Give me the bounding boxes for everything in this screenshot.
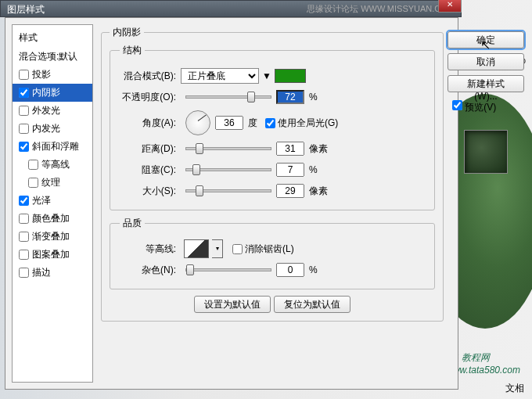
list-label: 等高线 [41, 158, 70, 171]
contour-picker[interactable] [184, 239, 209, 258]
contour-row: 等高线: ▾ 消除锯齿(L) [120, 240, 425, 257]
checkbox[interactable] [19, 106, 29, 116]
list-label: 颜色叠加 [32, 212, 70, 225]
noise-unit: % [309, 264, 318, 275]
list-item-texture[interactable]: 纹理 [13, 174, 92, 192]
cancel-button[interactable]: 取消 [448, 53, 524, 70]
dialog-titlebar[interactable]: 图层样式 思缘设计论坛 WWW.MISSYUAN.COM [0, 0, 462, 17]
checkbox[interactable] [19, 196, 29, 206]
checkbox[interactable] [19, 88, 29, 98]
styles-list[interactable]: 样式 混合选项:默认 投影 内阴影 外发光 内发光 斜面和浮雕 等高线 纹理 光… [12, 24, 93, 383]
distance-label: 距离(D): [120, 142, 181, 156]
size-label: 大小(S): [120, 185, 181, 198]
list-item-stroke[interactable]: 描边 [13, 264, 92, 282]
ok-button[interactable]: 确定 [448, 31, 524, 49]
reset-default-button[interactable]: 复位为默认值 [274, 296, 350, 313]
choke-label: 阻塞(C): [120, 164, 181, 177]
size-input[interactable] [276, 184, 304, 198]
angle-input[interactable] [215, 116, 243, 130]
list-label: 渐变叠加 [32, 230, 70, 243]
structure-fieldset: 结构 混合模式(B): 正片叠底 ▼ 不透明度(O): % 角度(A): [110, 44, 435, 210]
list-label: 斜面和浮雕 [32, 140, 79, 153]
quality-legend: 品质 [120, 217, 145, 230]
outer-fieldset: 内阴影 结构 混合模式(B): 正片叠底 ▼ 不透明度(O): % 角度(A): [101, 26, 444, 322]
noise-slider[interactable] [185, 268, 271, 271]
preview-checkbox[interactable] [452, 100, 462, 110]
antialias-checkbox[interactable] [232, 244, 243, 254]
checkbox[interactable] [19, 214, 29, 224]
list-item-innershadow[interactable]: 内阴影 [13, 84, 92, 102]
list-item-gradientoverlay[interactable]: 渐变叠加 [13, 228, 92, 246]
checkbox[interactable] [28, 178, 38, 188]
structure-legend: 结构 [120, 44, 145, 57]
blend-mode-row: 混合模式(B): 正片叠底 ▼ [120, 67, 425, 84]
antialias-label: 消除锯齿(L) [245, 243, 294, 256]
size-unit: 像素 [309, 185, 328, 198]
distance-slider[interactable] [185, 147, 271, 150]
noise-input[interactable] [276, 263, 304, 277]
list-label: 纹理 [41, 176, 60, 189]
choke-row: 阻塞(C): % [120, 161, 425, 178]
list-item-coloroverlay[interactable]: 颜色叠加 [13, 210, 92, 228]
list-label: 内阴影 [32, 86, 60, 99]
contour-label: 等高线: [120, 243, 181, 256]
chevron-down-icon[interactable]: ▾ [212, 239, 223, 258]
angle-dial[interactable] [185, 110, 210, 135]
make-default-button[interactable]: 设置为默认值 [194, 296, 271, 313]
size-row: 大小(S): 像素 [120, 182, 425, 200]
right-column: 确定 取消 新建样式(W)... 预览(V) [448, 31, 524, 174]
list-item-innerglow[interactable]: 内发光 [13, 120, 92, 138]
dialog-title: 图层样式 [7, 4, 45, 15]
checkbox[interactable] [19, 142, 29, 152]
checkbox[interactable] [19, 250, 29, 260]
opacity-slider[interactable] [185, 95, 271, 99]
panel-title: 内阴影 [110, 26, 144, 39]
distance-unit: 像素 [309, 142, 328, 156]
preview-label: 预览(V) [465, 102, 496, 113]
list-label: 描边 [32, 266, 51, 279]
list-item-outerglow[interactable]: 外发光 [13, 102, 92, 120]
list-item-patternoverlay[interactable]: 图案叠加 [13, 246, 92, 264]
angle-unit: 度 [248, 117, 257, 130]
checkbox[interactable] [19, 232, 29, 242]
settings-panel: 内阴影 结构 混合模式(B): 正片叠底 ▼ 不透明度(O): % 角度(A): [93, 24, 451, 383]
noise-label: 杂色(N): [120, 264, 181, 277]
preview-row: 预览(V) [448, 100, 524, 114]
close-icon[interactable]: ✕ [438, 0, 462, 13]
checkbox[interactable] [28, 160, 38, 170]
list-item-bevel[interactable]: 斜面和浮雕 [13, 138, 92, 156]
noise-row: 杂色(N): % [120, 261, 425, 279]
list-label: 混合选项:默认 [19, 50, 77, 63]
list-label: 图案叠加 [32, 248, 70, 261]
window-controls: ✕ [438, 0, 462, 13]
global-light-label: 使用全局光(G) [278, 117, 338, 130]
preview-thumbnail [464, 130, 508, 174]
layer-style-dialog: 样式 混合选项:默认 投影 内阴影 外发光 内发光 斜面和浮雕 等高线 纹理 光… [5, 17, 458, 390]
titlebar-watermark: 思缘设计论坛 WWW.MISSYUAN.COM [307, 3, 455, 15]
size-slider[interactable] [185, 189, 271, 192]
list-item-satin[interactable]: 光泽 [13, 192, 92, 210]
opacity-unit: % [309, 92, 318, 102]
list-item-dropshadow[interactable]: 投影 [13, 66, 92, 84]
list-label: 光泽 [32, 194, 51, 207]
list-item-contourline[interactable]: 等高线 [13, 156, 92, 174]
checkbox[interactable] [19, 70, 29, 80]
new-style-button[interactable]: 新建样式(W)... [448, 75, 524, 92]
opacity-row: 不透明度(O): % [120, 88, 425, 106]
checkbox[interactable] [19, 124, 29, 134]
quality-fieldset: 品质 等高线: ▾ 消除锯齿(L) 杂色(N): % [110, 217, 435, 289]
defaults-row: 设置为默认值 复位为默认值 [110, 296, 435, 313]
list-label: 内发光 [32, 122, 60, 135]
list-item-blending[interactable]: 混合选项:默认 [13, 48, 92, 66]
blend-mode-select[interactable]: 正片叠底 [181, 68, 259, 84]
choke-slider[interactable] [185, 168, 271, 171]
list-label: 外发光 [32, 104, 60, 117]
global-light-checkbox[interactable] [265, 118, 275, 128]
distance-row: 距离(D): 像素 [120, 140, 425, 157]
choke-input[interactable] [276, 163, 304, 177]
checkbox[interactable] [19, 268, 29, 278]
opacity-input[interactable] [276, 90, 304, 104]
distance-input[interactable] [276, 142, 304, 156]
angle-row: 角度(A): 度 使用全局光(G) [120, 110, 425, 136]
color-swatch[interactable] [275, 69, 306, 83]
